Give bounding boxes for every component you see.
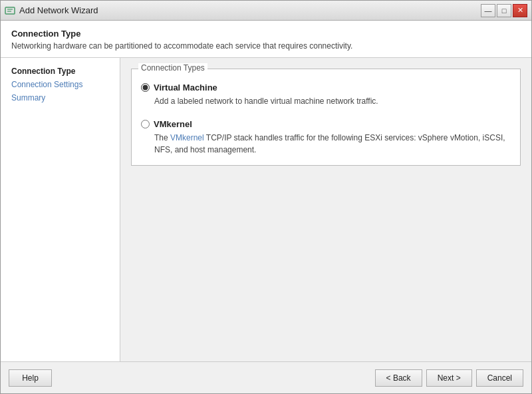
nav-item-summary[interactable]: Summary	[1, 91, 120, 104]
help-button[interactable]: Help	[9, 369, 52, 387]
window-title: Add Network Wizard	[19, 5, 98, 15]
option-vmk-label-row: VMkernel	[141, 119, 511, 129]
option-vm-title: Virtual Machine	[154, 83, 217, 93]
header-section: Connection Type Networking hardware can …	[1, 21, 531, 58]
svg-rect-0	[5, 7, 15, 14]
option-vmk-description: The VMkernel TCP/IP stack handles traffi…	[154, 132, 511, 156]
option-virtual-machine: Virtual Machine Add a labeled network to…	[141, 83, 511, 107]
title-bar-left: Add Network Wizard	[5, 5, 98, 16]
footer-left: Help	[9, 369, 52, 387]
nav-item-connection-settings[interactable]: Connection Settings	[1, 78, 120, 91]
main-content: Connection Type Connection Settings Summ…	[1, 58, 531, 361]
nav-item-connection-type[interactable]: Connection Type	[1, 65, 120, 78]
option-vmk-title: VMkernel	[154, 119, 192, 129]
back-button[interactable]: < Back	[375, 369, 422, 387]
connection-types-box: Connection Types Virtual Machine Add a l…	[131, 69, 521, 166]
option-vmkernel: VMkernel The VMkernel TCP/IP stack handl…	[141, 119, 511, 156]
footer: Help < Back Next > Cancel	[1, 361, 531, 393]
header-description: Networking hardware can be partitioned t…	[11, 41, 521, 51]
footer-right: < Back Next > Cancel	[375, 369, 523, 387]
option-separator	[141, 107, 511, 112]
right-content: Connection Types Virtual Machine Add a l…	[120, 58, 531, 361]
close-button[interactable]: ✕	[513, 4, 527, 17]
option-vm-description: Add a labeled network to handle virtual …	[154, 95, 511, 107]
cancel-button[interactable]: Cancel	[476, 369, 523, 387]
left-nav: Connection Type Connection Settings Summ…	[1, 58, 120, 361]
title-bar-controls: — □ ✕	[481, 4, 527, 17]
main-window: Add Network Wizard — □ ✕ Connection Type…	[0, 0, 532, 394]
option-vm-label-row: Virtual Machine	[141, 83, 511, 93]
app-icon	[5, 5, 15, 16]
radio-vmkernel[interactable]	[141, 120, 150, 128]
next-button[interactable]: Next >	[426, 369, 472, 387]
maximize-button[interactable]: □	[497, 4, 511, 17]
title-bar: Add Network Wizard — □ ✕	[1, 1, 531, 21]
minimize-button[interactable]: —	[481, 4, 495, 17]
box-legend: Connection Types	[138, 63, 207, 73]
vmkernel-highlight: VMkernel	[170, 133, 204, 142]
header-title: Connection Type	[11, 29, 521, 39]
radio-virtual-machine[interactable]	[141, 83, 150, 92]
